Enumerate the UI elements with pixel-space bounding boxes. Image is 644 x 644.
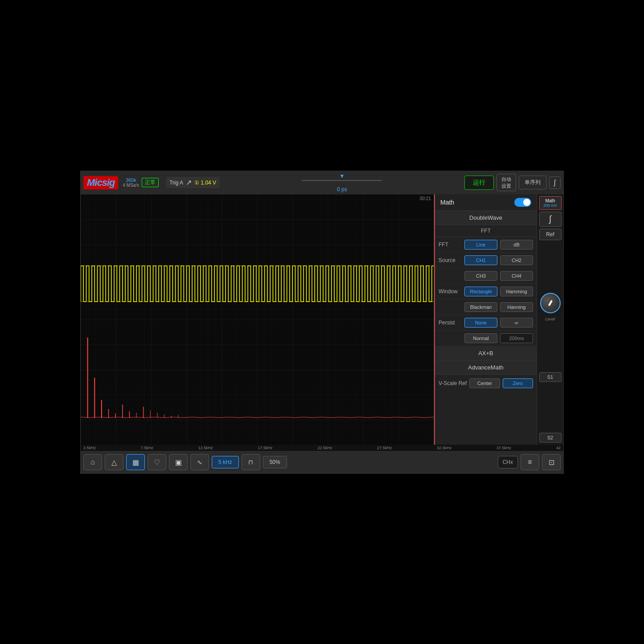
math-toggle-switch[interactable] <box>514 198 531 207</box>
menu2-button[interactable]: ⊡ <box>542 454 561 470</box>
ref-button[interactable]: Ref <box>539 229 562 240</box>
main-area: 高: 965.1 mV 频率: 1.000 kHz 低: 800.1 mV <box>81 194 563 445</box>
record-button[interactable]: ▣ <box>169 454 188 470</box>
level-knob[interactable] <box>540 293 561 313</box>
source-ch4-button[interactable]: CH4 <box>500 271 533 281</box>
time-offset-block: ▼ 0 ps <box>222 173 462 193</box>
math-indicator: Math200 mV <box>539 196 562 210</box>
scope-button[interactable]: △ <box>105 454 123 470</box>
x-label-0: 2.5kHz <box>83 446 96 450</box>
s2-button[interactable]: S2 <box>539 433 562 443</box>
time-display: 00:21 <box>420 196 431 201</box>
x-axis-labels: 2.5kHz 7.5kHz 12.5kHz 17.5kHz 22.5kHz 27… <box>81 445 563 451</box>
far-right-panel: Math200 mV ∫ Ref Level S1 S2 <box>537 194 563 445</box>
x-label-4: 22.5kHz <box>317 446 332 450</box>
x-label-7: 37.5kHz <box>496 446 511 450</box>
vscale-zero-button[interactable]: Zero <box>503 378 533 388</box>
math-toggle-row: Math <box>435 194 537 211</box>
window-row1: Window Rectangle Hamming <box>435 284 537 299</box>
source-ch1-button[interactable]: CH1 <box>464 255 497 265</box>
advance-math-button[interactable]: AdvanceMath <box>435 361 537 375</box>
trigger-block: Trig A ↗ ① 1.04 V <box>166 177 220 188</box>
svg-rect-2 <box>81 194 434 445</box>
logo-text: Micsig <box>87 177 115 188</box>
x-label-6: 32.5kHz <box>437 446 451 450</box>
top-toolbar: Micsig 360k 4 MSa/s 正常 Trig A ↗ ① 1.04 V… <box>81 171 563 194</box>
sample-rate-value: 360k <box>126 177 136 183</box>
oscilloscope-main: Micsig 360k 4 MSa/s 正常 Trig A ↗ ① 1.04 V… <box>80 171 564 474</box>
bottom-toolbar: ⌂ △ ▦ ♡ ▣ ∿ 5 kHz ⊓ 50% CHx ≡ ⊡ <box>81 451 563 473</box>
window-blackman-button[interactable]: Blackman <box>464 302 497 312</box>
source-ch3-button[interactable]: CH3 <box>464 271 497 281</box>
s1-button[interactable]: S1 <box>539 372 562 382</box>
square-button[interactable]: ⊓ <box>242 454 260 470</box>
time-offset-value: 0 ps <box>337 186 347 193</box>
x-label-8: 42 <box>556 446 561 450</box>
persist-inf-button[interactable]: ∞ <box>500 318 533 328</box>
protocol-button[interactable]: ♡ <box>148 454 166 470</box>
x-label-5: 27.5kHz <box>377 446 392 450</box>
doublewave-button[interactable]: DoubleWave <box>435 211 537 225</box>
meter-button[interactable]: ▦ <box>126 454 145 470</box>
x-label-2: 12.5kHz <box>198 446 213 450</box>
trig-label: Trig A <box>169 180 183 186</box>
source-ch2-button[interactable]: CH2 <box>500 255 533 265</box>
math-label: Math <box>440 199 454 206</box>
fft-row: FFT Line dB <box>435 237 537 253</box>
x-label-1: 7.5kHz <box>141 446 153 450</box>
trig-value: ① 1.04 V <box>194 180 216 186</box>
percent-button[interactable]: 50% <box>263 456 287 468</box>
persist-200ms-button[interactable]: 200ms <box>500 333 533 343</box>
single-button[interactable]: 单序列 <box>519 176 546 189</box>
math-wave-button[interactable]: ∿ <box>190 454 209 470</box>
fft-line-button[interactable]: Line <box>464 240 497 250</box>
logo: Micsig <box>83 176 118 189</box>
menu1-button[interactable]: ≡ <box>521 454 539 470</box>
waveform-display[interactable]: 高: 965.1 mV 频率: 1.000 kHz 低: 800.1 mV <box>81 194 434 445</box>
window-hamming-button[interactable]: Hamming <box>500 287 533 296</box>
persist-normal-button[interactable]: Normal <box>464 333 497 343</box>
trig-arrow-icon: ↗ <box>186 178 192 187</box>
source-row: Source CH1 CH2 <box>435 253 537 268</box>
integral-icon-button[interactable]: ∫ <box>539 212 562 227</box>
home-button[interactable]: ⌂ <box>83 454 102 470</box>
window-hanning-button[interactable]: Hanning <box>500 302 533 312</box>
run-status-badge: 正常 <box>142 178 159 187</box>
waveform-svg <box>81 194 434 445</box>
persist-label: Persist <box>439 320 462 326</box>
window-row2: Blackman Hanning <box>435 299 537 315</box>
waveform-button[interactable]: ∫ <box>549 176 561 189</box>
fft-db-button[interactable]: dB <box>500 240 533 250</box>
source-row2: CH3 CH4 <box>435 268 537 284</box>
vscale-row: V-Scale Ref Center Zero <box>435 375 537 392</box>
right-panel: Math DoubleWave FFT FFT Line dB Source C… <box>434 194 537 445</box>
fft-section-label: FFT <box>435 225 537 237</box>
level-label: Level <box>546 317 555 321</box>
axb-button[interactable]: AX+B <box>435 346 537 361</box>
run-button[interactable]: 运行 <box>464 176 494 190</box>
auto-set-button[interactable]: 自动 设置 <box>496 174 516 191</box>
persist-row1: Persist None ∞ <box>435 315 537 331</box>
window-rectangle-button[interactable]: Rectangle <box>464 287 497 296</box>
window-label: Window <box>439 288 462 295</box>
persist-row2: Normal 200ms <box>435 331 537 346</box>
chx-button[interactable]: CHx <box>498 456 518 468</box>
fft-label: FFT <box>439 242 462 248</box>
sample-rate-block: 360k 4 MSa/s <box>123 177 139 188</box>
x-label-3: 17.5kHz <box>258 446 273 450</box>
memory-value: 4 MSa/s <box>123 183 139 188</box>
freq-button[interactable]: 5 kHz <box>212 456 239 468</box>
vscale-label: V-Scale Ref <box>439 380 467 386</box>
persist-none-button[interactable]: None <box>464 318 497 328</box>
vscale-center-button[interactable]: Center <box>469 378 500 388</box>
source-label: Source <box>439 257 462 263</box>
